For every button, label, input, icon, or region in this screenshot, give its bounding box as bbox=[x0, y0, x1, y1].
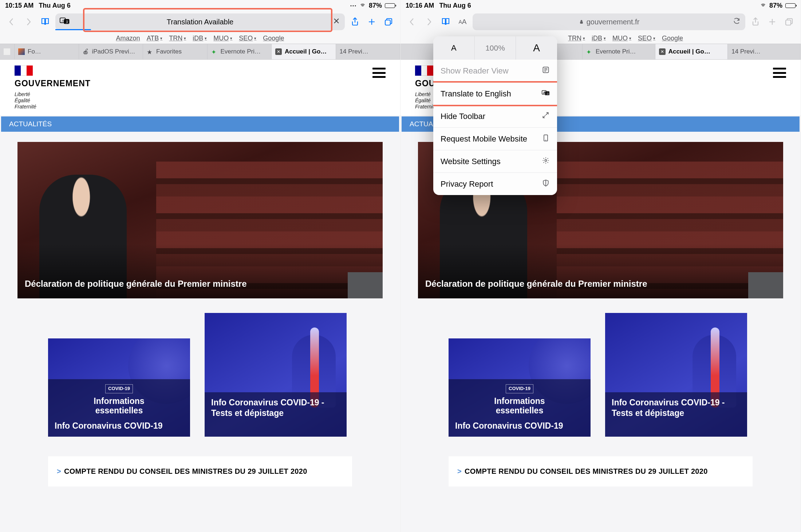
new-tab-button[interactable] bbox=[766, 15, 779, 28]
card-covid-info[interactable]: COVID-19 Informationsessentielles Info C… bbox=[449, 338, 591, 437]
fav-item[interactable]: SEO▾ bbox=[239, 35, 256, 42]
tab[interactable]: 14 Previ… bbox=[336, 44, 400, 59]
clear-address-icon[interactable] bbox=[332, 17, 340, 27]
text-size-button[interactable]: AA bbox=[456, 15, 469, 28]
zoom-level[interactable]: 100% bbox=[475, 36, 516, 60]
menu-button[interactable] bbox=[773, 68, 786, 78]
battery-pct: 87% bbox=[369, 2, 382, 9]
privacy-report-row[interactable]: Privacy Report bbox=[433, 172, 557, 195]
tab[interactable]: 🍎︎iPadOS Previ… bbox=[79, 44, 143, 59]
tab[interactable]: ★Favorites bbox=[143, 44, 208, 59]
tab[interactable] bbox=[0, 44, 15, 59]
evernote-icon: ✦ bbox=[586, 48, 593, 55]
tabs-button[interactable] bbox=[382, 15, 395, 28]
bookmarks-button[interactable] bbox=[39, 15, 52, 28]
chevron-right-icon: > bbox=[57, 467, 61, 475]
hero-caption: Déclaration de politique générale du Pre… bbox=[25, 279, 247, 289]
status-bar: 10:15 AM Thu Aug 6 ⋯ 87% bbox=[0, 0, 400, 11]
toolbar: A文 Translation Available bbox=[0, 11, 400, 33]
compte-rendu-link[interactable]: >COMPTE RENDU DU CONSEIL DES MINISTRES D… bbox=[48, 456, 352, 487]
fav-item[interactable]: iDB▾ bbox=[592, 35, 606, 42]
share-button[interactable] bbox=[348, 15, 362, 28]
load-progress bbox=[55, 29, 91, 30]
site-header: GOUVERNEMENT LibertéÉgalitéFraternité bbox=[0, 60, 400, 115]
site-motto: LibertéÉgalitéFraternité bbox=[15, 91, 91, 110]
forward-button[interactable] bbox=[22, 15, 35, 28]
fav-item[interactable]: Google bbox=[263, 35, 284, 42]
address-bar[interactable]: gouvernement.fr bbox=[473, 13, 745, 30]
new-tab-button[interactable] bbox=[365, 15, 378, 28]
expand-icon bbox=[542, 111, 550, 122]
flag-icon bbox=[15, 65, 33, 76]
cellular-icon: ⋯ bbox=[350, 1, 356, 9]
translate-icon[interactable]: A文 bbox=[60, 17, 70, 27]
evernote-icon: ✦ bbox=[211, 48, 218, 55]
fav-item[interactable]: Amazon bbox=[116, 35, 140, 42]
menu-button[interactable] bbox=[372, 68, 386, 78]
wifi-icon bbox=[760, 3, 766, 8]
tab[interactable]: ✦Evernote Pri… bbox=[583, 44, 655, 59]
fav-item[interactable]: Google bbox=[662, 35, 683, 42]
fav-item[interactable]: MUO▾ bbox=[612, 35, 631, 42]
compte-rendu-link[interactable]: >COMPTE RENDU DU CONSEIL DES MINISTRES D… bbox=[449, 456, 753, 487]
translate-row[interactable]: Translate to English A文 bbox=[433, 82, 557, 105]
hide-toolbar-row[interactable]: Hide Toolbar bbox=[433, 105, 557, 127]
battery-pct: 87% bbox=[769, 2, 782, 9]
site-brand: GOUVERNEMENT bbox=[15, 79, 91, 88]
phone-icon bbox=[542, 134, 550, 144]
reload-icon[interactable] bbox=[733, 17, 741, 27]
battery-icon bbox=[785, 3, 796, 8]
hero-article[interactable]: Déclaration de politique générale du Pre… bbox=[17, 142, 383, 298]
fav-item[interactable]: TRN▾ bbox=[169, 35, 186, 42]
card-covid-tests[interactable]: Info Coronavirus COVID-19 - Tests et dép… bbox=[205, 313, 347, 437]
page-content: GOUVERNEMENT LibertéÉgalitéFraternité AC… bbox=[0, 60, 400, 532]
back-button[interactable] bbox=[406, 15, 419, 28]
tab[interactable]: Fo… bbox=[15, 44, 79, 59]
section-header: ACTUALITÉS bbox=[1, 116, 399, 132]
close-tab-icon[interactable]: ✕ bbox=[275, 48, 282, 55]
close-tab-icon[interactable]: ✕ bbox=[659, 48, 666, 55]
flag-icon bbox=[415, 65, 433, 76]
fav-item[interactable]: TRN▾ bbox=[568, 35, 585, 42]
shield-icon bbox=[542, 179, 550, 189]
share-button[interactable] bbox=[749, 15, 762, 28]
site-logo[interactable]: GOUVERNEMENT LibertéÉgalitéFraternité bbox=[15, 65, 91, 110]
star-icon: ★ bbox=[147, 48, 153, 55]
fav-item[interactable]: ATB▾ bbox=[147, 35, 163, 42]
website-settings-row[interactable]: Website Settings bbox=[433, 150, 557, 172]
back-button[interactable] bbox=[5, 15, 18, 28]
address-bar[interactable]: A文 Translation Available bbox=[55, 13, 345, 30]
gear-icon bbox=[542, 156, 550, 167]
svg-text:A: A bbox=[62, 19, 64, 23]
hero-caption: Déclaration de politique générale du Pre… bbox=[425, 279, 647, 289]
address-label: Translation Available bbox=[167, 18, 233, 26]
svg-text:文: 文 bbox=[66, 20, 69, 24]
reader-view-row[interactable]: Show Reader View bbox=[433, 60, 557, 82]
text-size-controls: A 100% A bbox=[433, 36, 557, 60]
bookmarks-button[interactable] bbox=[439, 15, 452, 28]
tabs-button[interactable] bbox=[782, 15, 796, 28]
request-mobile-row[interactable]: Request Mobile Website bbox=[433, 127, 557, 150]
card-covid-tests[interactable]: Info Coronavirus COVID-19 - Tests et dép… bbox=[605, 313, 747, 437]
left-screenshot: 10:15 AM Thu Aug 6 ⋯ 87% A文 Translation … bbox=[0, 0, 400, 532]
increase-text-button[interactable]: A bbox=[516, 36, 557, 60]
card-covid-info[interactable]: COVID-19 Informationsessentielles COVID-… bbox=[48, 338, 190, 437]
fav-item[interactable]: MUO▾ bbox=[213, 35, 232, 42]
translate-icon: A文 bbox=[542, 89, 550, 99]
tab[interactable]: ✦Evernote Pri… bbox=[208, 44, 272, 59]
fav-item[interactable]: SEO▾ bbox=[638, 35, 655, 42]
forward-button[interactable] bbox=[422, 15, 435, 28]
status-bar: 10:16 AM Thu Aug 6 87% bbox=[400, 0, 801, 11]
tab-active[interactable]: ✕Accueil | Go… bbox=[272, 44, 336, 59]
apple-icon: 🍎︎ bbox=[83, 48, 89, 55]
decrease-text-button[interactable]: A bbox=[433, 36, 475, 60]
tab-active[interactable]: ✕Accueil | Go… bbox=[655, 44, 728, 59]
tab[interactable]: 14 Previ… bbox=[728, 44, 801, 59]
tab-strip: Fo… 🍎︎iPadOS Previ… ★Favorites ✦Evernote… bbox=[0, 44, 400, 60]
reader-icon bbox=[542, 66, 550, 76]
fav-item[interactable]: iDB▾ bbox=[193, 35, 207, 42]
status-time: 10:15 AM bbox=[5, 2, 33, 9]
status-date: Thu Aug 6 bbox=[39, 2, 70, 9]
chevron-right-icon: > bbox=[457, 467, 462, 475]
favorites-bar: Amazon ATB▾ TRN▾ iDB▾ MUO▾ SEO▾ Google bbox=[0, 33, 400, 44]
